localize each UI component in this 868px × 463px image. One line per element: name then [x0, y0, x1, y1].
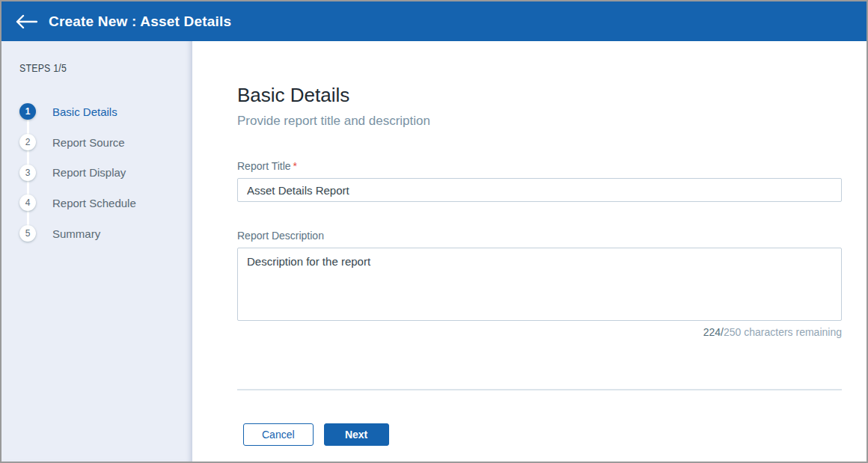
section-divider [237, 389, 842, 390]
steps-list: 1 Basic Details 2 Report Source 3 Report… [19, 96, 192, 248]
left-arrow-icon [15, 14, 37, 29]
step-number-badge: 2 [19, 134, 36, 150]
step-number-badge: 3 [19, 165, 36, 181]
step-label: Basic Details [52, 105, 117, 118]
step-item-report-source[interactable]: 2 Report Source [19, 127, 192, 158]
step-number-badge: 5 [19, 225, 36, 242]
back-button[interactable] [13, 11, 39, 32]
cancel-button[interactable]: Cancel [243, 423, 314, 446]
step-item-report-display[interactable]: 3 Report Display [19, 157, 192, 188]
step-label: Report Schedule [52, 197, 136, 209]
next-button[interactable]: Next [324, 423, 389, 446]
step-label: Summary [52, 227, 100, 240]
characters-remaining-hint: 250 characters remaining [724, 326, 842, 338]
basic-details-form-panel: Basic Details Provide report title and d… [192, 41, 867, 462]
create-new-asset-details-window: Create New : Asset Details STEPS 1/5 1 B… [0, 0, 868, 463]
characters-used: 224/ [703, 326, 724, 338]
report-title-input[interactable] [237, 178, 842, 202]
report-description-label: Report Description [237, 230, 842, 242]
step-label: Report Source [52, 136, 125, 149]
report-title-label: Report Title* [237, 160, 842, 172]
step-number-badge: 1 [19, 103, 36, 120]
step-item-basic-details[interactable]: 1 Basic Details [19, 96, 192, 127]
required-asterisk: * [293, 160, 297, 172]
steps-counter: STEPS 1/5 [19, 61, 67, 74]
header-bar: Create New : Asset Details [1, 1, 867, 41]
page-title: Create New : Asset Details [49, 13, 231, 30]
step-number-badge: 4 [19, 194, 36, 211]
section-heading: Basic Details [237, 84, 842, 107]
section-subheading: Provide report title and description [237, 114, 842, 129]
step-item-summary[interactable]: 5 Summary [19, 218, 192, 249]
step-item-report-schedule[interactable]: 4 Report Schedule [19, 188, 192, 218]
step-label: Report Display [52, 166, 126, 179]
form-actions: Cancel Next [237, 423, 842, 446]
character-counter: 224/250 characters remaining [237, 326, 842, 338]
report-description-textarea[interactable]: Description for the report [237, 248, 842, 321]
steps-sidebar: STEPS 1/5 1 Basic Details 2 Report Sourc… [1, 41, 192, 462]
